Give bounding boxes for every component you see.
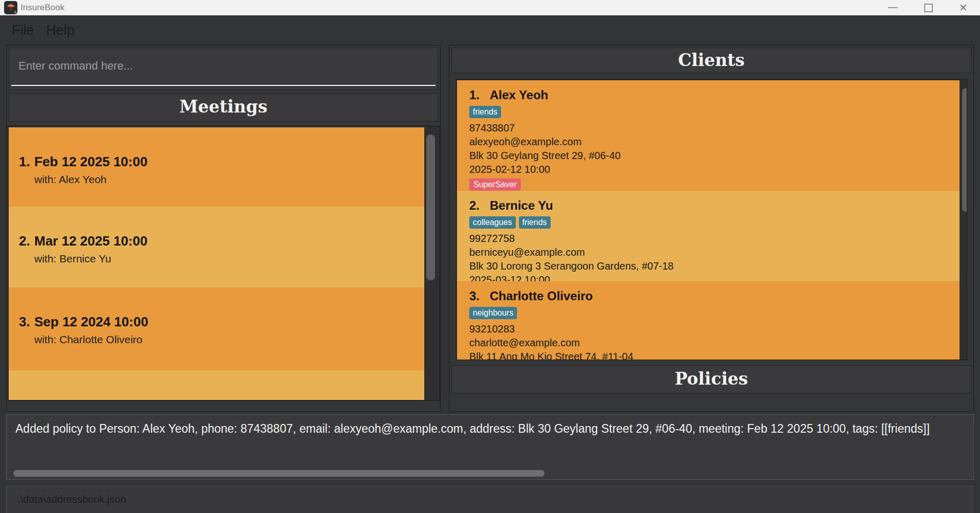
meetings-title: Meetings — [180, 97, 268, 117]
client-name: 2.Bernice Yu — [469, 198, 960, 213]
client-phone: 93210283 — [469, 322, 960, 336]
client-meeting: 2025-02-12 10:00 — [469, 163, 960, 176]
close-button[interactable]: ✕ — [959, 0, 968, 15]
meeting-datetime: 1.Feb 12 2025 10:00 — [19, 154, 424, 169]
client-card[interactable]: 2.Bernice Yucolleaguesfriends99272758ber… — [457, 191, 960, 281]
meeting-row[interactable]: 3.Sep 12 2024 10:00with: Charlotte Olive… — [9, 287, 424, 370]
client-email: charlotte@example.com — [469, 336, 960, 350]
client-address: Blk 11 Ang Mo Kio Street 74, #11-04 — [469, 350, 960, 360]
result-message: Added policy to Person: Alex Yeoh, phone… — [15, 422, 973, 436]
status-file-path: .\data\addressbook.json — [17, 494, 126, 505]
meeting-datetime: 2.Mar 12 2025 10:00 — [19, 233, 424, 249]
client-phone: 87438807 — [469, 121, 960, 135]
result-horizontal-scrollbar[interactable] — [13, 470, 545, 477]
meeting-index: 3. — [19, 314, 34, 329]
client-index: 2. — [469, 198, 490, 213]
titlebar: ☂ + InsureBook ✕ — [0, 0, 980, 15]
left-panel: Meetings 1.Feb 12 2025 10:00with: Alex Y… — [6, 45, 441, 412]
policies-header: Policies — [451, 365, 971, 393]
right-panel: Clients 1.Alex Yeohfriends87438807alexye… — [449, 45, 974, 412]
meeting-row[interactable]: 1.Feb 12 2025 10:00with: Alex Yeoh — [9, 127, 424, 207]
command-input[interactable] — [17, 51, 419, 81]
tag-badge: colleagues — [469, 216, 516, 229]
client-card[interactable]: 3.Charlotte Oliveironeighbours93210283ch… — [457, 281, 960, 360]
menu-item-file[interactable]: File — [12, 15, 34, 45]
meetings-header: Meetings — [9, 93, 438, 122]
clients-scrollbar[interactable] — [962, 88, 967, 212]
meeting-with: with: Charlotte Oliveiro — [34, 333, 424, 346]
menu-item-help[interactable]: Help — [46, 15, 75, 45]
meeting-with: with: Alex Yeoh — [34, 173, 424, 186]
client-meeting: 2025-03-12 10:00 — [469, 273, 960, 281]
meeting-row-empty — [9, 370, 424, 400]
meeting-with: with: Bernice Yu — [34, 253, 424, 265]
client-phone: 99272758 — [469, 232, 960, 246]
policy-badge: SuperSaver — [469, 179, 521, 191]
meetings-scrollbar[interactable] — [426, 135, 435, 280]
command-box — [9, 48, 438, 90]
client-tags: colleaguesfriends — [469, 216, 960, 229]
client-tags: friends — [469, 106, 960, 118]
app-icon: ☂ + — [4, 1, 17, 14]
client-email: alexyeoh@example.com — [469, 135, 960, 149]
client-policies: SuperSaver — [469, 179, 960, 191]
client-name: 3.Charlotte Oliveiro — [469, 288, 960, 304]
meetings-list[interactable]: 1.Feb 12 2025 10:00with: Alex Yeoh2.Mar … — [8, 126, 440, 401]
result-display[interactable]: Added policy to Person: Alex Yeoh, phone… — [6, 414, 974, 480]
client-email: berniceyu@example.com — [469, 246, 960, 259]
client-address: Blk 30 Lorong 3 Serangoon Gardens, #07-1… — [469, 259, 960, 273]
tag-badge: friends — [519, 216, 551, 229]
client-index: 3. — [469, 288, 490, 304]
meeting-index: 2. — [19, 233, 34, 249]
meeting-row[interactable]: 2.Mar 12 2025 10:00with: Bernice Yu — [9, 207, 424, 287]
plus-icon: + — [13, 9, 17, 16]
clients-list[interactable]: 1.Alex Yeohfriends87438807alexyeoh@examp… — [456, 79, 967, 360]
client-index: 1. — [469, 87, 490, 103]
menu-bar: File Help — [0, 15, 980, 45]
client-card[interactable]: 1.Alex Yeohfriends87438807alexyeoh@examp… — [457, 80, 960, 191]
minimize-button[interactable] — [888, 7, 898, 8]
tag-badge: neighbours — [469, 307, 517, 319]
window-title: InsureBook — [20, 0, 64, 15]
clients-header: Clients — [451, 48, 971, 73]
client-name: 1.Alex Yeoh — [469, 87, 960, 103]
policies-title: Policies — [674, 369, 748, 389]
meeting-index: 1. — [19, 154, 34, 169]
clients-title: Clients — [678, 50, 745, 70]
status-bar-inner: .\data\addressbook.json — [6, 486, 973, 513]
command-underline — [11, 85, 435, 86]
client-address: Blk 30 Geylang Street 29, #06-40 — [469, 149, 960, 163]
status-bar: .\data\addressbook.json — [0, 481, 980, 513]
maximize-button[interactable] — [924, 4, 933, 12]
client-tags: neighbours — [469, 307, 960, 319]
tag-badge: friends — [469, 106, 501, 118]
meeting-datetime: 3.Sep 12 2024 10:00 — [19, 314, 424, 329]
